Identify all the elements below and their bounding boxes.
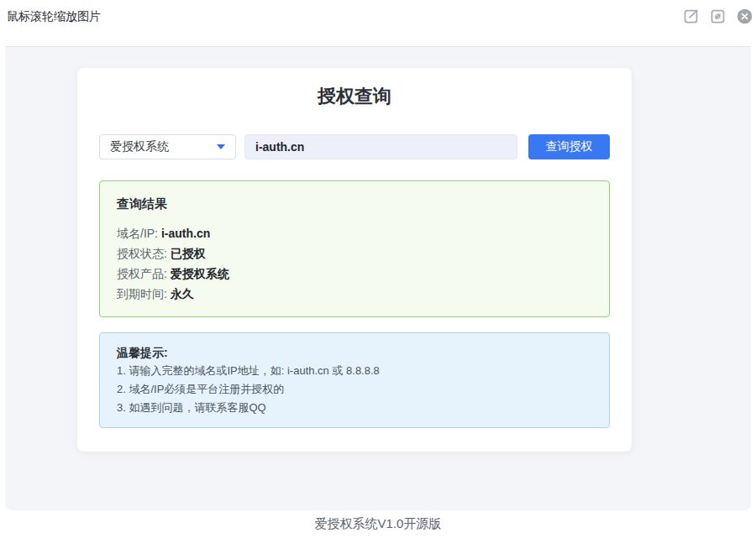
- chevron-down-icon: [217, 144, 225, 149]
- product-select[interactable]: 爱授权系统: [99, 134, 236, 159]
- footer-version-text: 爱授权系统V1.0开源版: [0, 516, 756, 532]
- page-title: 授权查询: [99, 85, 610, 108]
- tips-title: 温馨提示:: [117, 343, 592, 362]
- tip-line: 1. 请输入完整的域名或IP地址，如: i-auth.cn 或 8.8.8.8: [117, 362, 592, 380]
- query-form: 爱授权系统 查询授权: [99, 134, 610, 159]
- result-title: 查询结果: [117, 196, 592, 212]
- result-row-status: 授权状态: 已授权: [117, 243, 592, 264]
- viewer-controls: [682, 8, 753, 25]
- auth-query-card: 授权查询 爱授权系统 查询授权 查询结果 域名/IP: i-auth.cn 授权…: [77, 68, 632, 452]
- viewer-toolbar: 鼠标滚轮缩放图片: [0, 0, 756, 46]
- tip-line: 3. 如遇到问题，请联系客服QQ: [117, 399, 592, 417]
- result-row-expiry: 到期时间: 永久: [117, 284, 592, 304]
- tips-box: 温馨提示: 1. 请输入完整的域名或IP地址，如: i-auth.cn 或 8.…: [99, 332, 610, 428]
- product-select-value: 爱授权系统: [110, 139, 169, 154]
- open-in-new-icon[interactable]: [682, 8, 700, 25]
- result-row-domain: 域名/IP: i-auth.cn: [117, 223, 592, 243]
- image-viewer-panel[interactable]: 授权查询 爱授权系统 查询授权 查询结果 域名/IP: i-auth.cn 授权…: [5, 46, 751, 510]
- zoom-hint-text: 鼠标滚轮缩放图片: [7, 8, 101, 25]
- domain-input[interactable]: [244, 134, 517, 159]
- fullscreen-icon[interactable]: [709, 8, 727, 25]
- query-button[interactable]: 查询授权: [528, 134, 610, 159]
- tip-line: 2. 域名/IP必须是平台注册并授权的: [117, 380, 592, 399]
- result-row-product: 授权产品: 爱授权系统: [117, 264, 592, 284]
- close-icon[interactable]: [736, 8, 753, 25]
- result-box: 查询结果 域名/IP: i-auth.cn 授权状态: 已授权 授权产品: 爱授…: [99, 180, 610, 317]
